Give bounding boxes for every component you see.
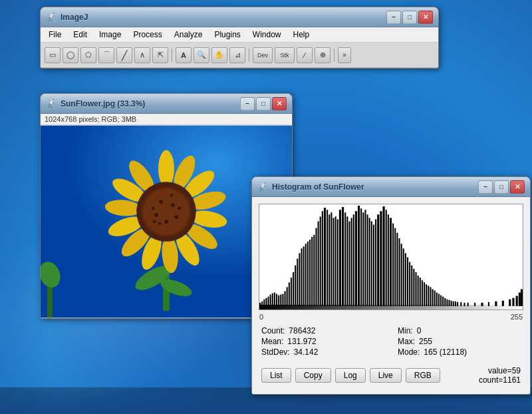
toolbar-separator-2 <box>249 49 249 62</box>
tool-polygon[interactable]: ⬠ <box>80 47 96 63</box>
svg-point-31 <box>153 220 156 224</box>
tool-wand[interactable]: ⊕ <box>315 47 331 63</box>
log-button[interactable]: Log <box>335 368 366 383</box>
stat-min: Min: 0 <box>398 326 521 335</box>
svg-rect-91 <box>373 225 374 306</box>
histogram-titlebar[interactable]: 🔬 Histogram of SunFlower – □ ✕ <box>252 177 530 197</box>
svg-point-23 <box>159 200 163 204</box>
svg-rect-131 <box>460 302 462 306</box>
svg-rect-90 <box>371 221 372 306</box>
svg-rect-57 <box>299 253 300 306</box>
axis-max-label: 255 <box>511 313 523 321</box>
menu-window[interactable]: Window <box>247 29 287 41</box>
svg-rect-125 <box>446 300 448 306</box>
histogram-minimize-button[interactable]: – <box>478 180 493 194</box>
svg-rect-93 <box>377 214 379 306</box>
imagej-window-controls: – □ ✕ <box>386 11 433 24</box>
svg-rect-96 <box>386 210 387 306</box>
tool-rectangle[interactable]: ▭ <box>45 47 61 63</box>
menu-image[interactable]: Image <box>94 29 126 41</box>
min-value: 0 <box>417 326 422 335</box>
svg-rect-53 <box>291 278 292 306</box>
list-button[interactable]: List <box>261 368 291 383</box>
svg-rect-79 <box>346 216 348 306</box>
tool-more[interactable]: » <box>338 47 351 63</box>
sunflower-titlebar[interactable]: 🔬 SunFlower.jpg (33.3%) – □ ✕ <box>41 94 292 114</box>
svg-rect-68 <box>322 211 323 306</box>
live-button[interactable]: Live <box>370 368 402 383</box>
svg-rect-120 <box>436 293 438 306</box>
sunflower-title-icon: 🔬 <box>46 99 57 109</box>
count-label: count=1161 <box>479 375 521 385</box>
imagej-toolbar: ▭ ◯ ⬠ ⌒ ╱ ∧ ⇱ A 🔍 ✋ ⊿ Dev Stk ∕ ⊕ » <box>41 43 438 68</box>
svg-rect-98 <box>390 218 392 306</box>
svg-rect-42 <box>268 297 269 306</box>
imagej-titlebar[interactable]: 🔬 ImageJ – □ ✕ <box>41 7 438 27</box>
svg-rect-94 <box>380 211 382 306</box>
menu-edit[interactable]: Edit <box>68 29 92 41</box>
svg-rect-119 <box>434 290 436 306</box>
tool-dropper[interactable]: ⊿ <box>229 47 245 63</box>
svg-rect-77 <box>342 207 344 306</box>
svg-rect-86 <box>362 212 364 306</box>
svg-rect-126 <box>448 300 450 306</box>
svg-rect-59 <box>303 246 305 306</box>
tool-segmented[interactable]: ∧ <box>134 47 150 63</box>
svg-rect-84 <box>358 206 360 306</box>
histogram-body: 0 255 Count: 786432 Min: 0 Mean: 131.972… <box>252 197 530 394</box>
svg-rect-55 <box>295 266 296 306</box>
svg-point-26 <box>174 215 178 219</box>
svg-rect-118 <box>432 289 433 306</box>
sunflower-title-text: SunFlower.jpg (33.3%) <box>61 99 240 108</box>
histogram-close-button[interactable]: ✕ <box>510 180 525 194</box>
menu-analyze[interactable]: Analyze <box>169 29 208 41</box>
stat-mode: Mode: 165 (12118) <box>398 347 521 357</box>
svg-rect-41 <box>265 298 267 306</box>
svg-rect-82 <box>353 214 354 306</box>
menu-help[interactable]: Help <box>288 29 315 41</box>
tool-stk[interactable]: Stk <box>275 47 295 63</box>
tool-text[interactable]: A <box>176 47 192 63</box>
tool-oval[interactable]: ◯ <box>63 47 78 63</box>
histogram-buttons-row: List Copy Log Live RGB value=59 count=11… <box>259 363 523 387</box>
imagej-close-button[interactable]: ✕ <box>418 11 433 24</box>
svg-rect-65 <box>315 228 317 306</box>
menu-process[interactable]: Process <box>128 29 167 41</box>
tool-brush[interactable]: ∕ <box>297 47 313 63</box>
imagej-maximize-button[interactable]: □ <box>402 11 417 24</box>
tool-hand[interactable]: ✋ <box>211 47 227 63</box>
histogram-maximize-button[interactable]: □ <box>494 180 509 194</box>
menu-plugins[interactable]: Plugins <box>209 29 245 41</box>
sunflower-close-button[interactable]: ✕ <box>272 97 287 110</box>
svg-rect-113 <box>422 280 423 306</box>
stat-stddev: StdDev: 34.142 <box>261 347 384 357</box>
svg-point-27 <box>178 207 181 210</box>
imagej-title-text: ImageJ <box>61 13 386 22</box>
rgb-button[interactable]: RGB <box>406 368 440 383</box>
tool-magnifier[interactable]: 🔍 <box>194 47 209 63</box>
svg-rect-133 <box>467 303 469 306</box>
svg-rect-114 <box>424 282 425 306</box>
tool-freehand[interactable]: ⌒ <box>98 47 114 63</box>
svg-rect-88 <box>367 214 368 306</box>
svg-rect-97 <box>388 214 389 306</box>
svg-rect-73 <box>332 218 334 306</box>
svg-point-21 <box>143 188 190 235</box>
svg-rect-54 <box>293 272 294 306</box>
svg-rect-138 <box>502 301 504 306</box>
histogram-title-icon: 🔬 <box>257 182 268 192</box>
tool-dev[interactable]: Dev <box>253 47 273 63</box>
tool-line[interactable]: ╱ <box>116 47 132 63</box>
svg-rect-107 <box>409 262 410 306</box>
svg-rect-140 <box>512 298 514 306</box>
mean-value: 131.972 <box>287 337 316 346</box>
imagej-minimize-button[interactable]: – <box>386 11 401 24</box>
copy-button[interactable]: Copy <box>295 368 331 383</box>
menu-file[interactable]: File <box>43 29 66 41</box>
sunflower-maximize-button[interactable]: □ <box>256 97 271 110</box>
svg-rect-40 <box>263 300 265 306</box>
svg-rect-128 <box>453 302 454 306</box>
tool-arrow[interactable]: ⇱ <box>152 47 168 63</box>
mode-label: Mode: <box>398 347 420 357</box>
sunflower-minimize-button[interactable]: – <box>240 97 255 110</box>
